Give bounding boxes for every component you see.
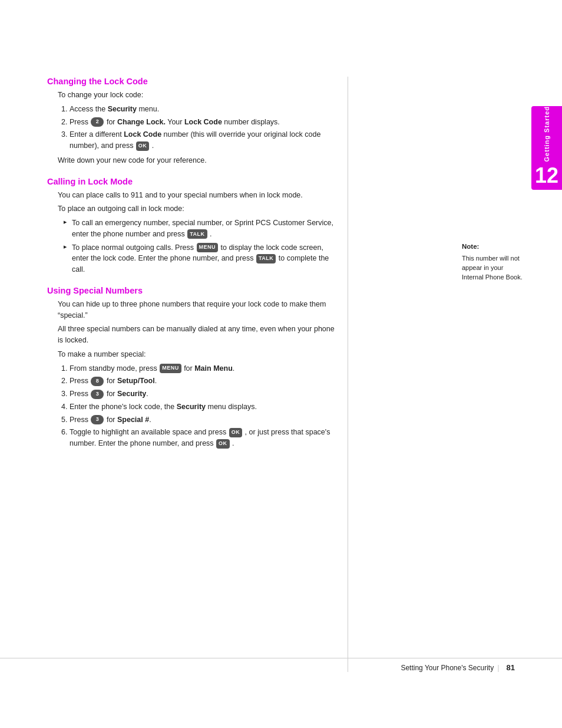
special-steps: From standby mode, press MENU for Main M… <box>70 363 336 449</box>
footer-label: Setting Your Phone's Security <box>401 664 494 672</box>
footer-page-number: 81 <box>507 663 515 672</box>
badge-ok-2: OK <box>229 428 243 437</box>
security-label-3: Security <box>177 403 206 411</box>
changing-intro: To change your lock code: <box>58 90 336 101</box>
page-footer: Setting Your Phone's Security | 81 <box>0 658 562 672</box>
special-step-6: Toggle to highlight an available space a… <box>70 427 336 449</box>
column-divider <box>348 77 348 672</box>
calling-bullet-2: To place normal outgoing calls. Press ME… <box>64 242 336 275</box>
changing-steps: Access the Security menu. Press 2 for Ch… <box>70 104 336 151</box>
special-para3: To make a number special: <box>58 349 336 360</box>
body-using-special-numbers: You can hide up to three phone numbers t… <box>58 299 336 449</box>
badge-menu-2: MENU <box>160 364 181 373</box>
lock-code-label-2: Lock Code <box>124 130 161 139</box>
calling-para2: To place an outgoing call in lock mode: <box>58 203 336 215</box>
footer-divider: | <box>497 663 499 672</box>
badge-ok-1: OK <box>136 141 150 151</box>
calling-bullet-1: To call an emergency number, special num… <box>64 218 336 240</box>
intro-changing-lock-code: To change your lock code: Access the Sec… <box>58 90 336 166</box>
changing-outro: Write down your new code for your refere… <box>58 155 336 166</box>
note-box: Note: This number will not appear in you… <box>462 242 527 282</box>
special-step-3: Press 3 for Security. <box>70 388 336 400</box>
special-step-1: From standby mode, press MENU for Main M… <box>70 363 336 374</box>
calling-bullets: To call an emergency number, special num… <box>64 218 336 275</box>
special-hash-label: Special # <box>117 416 149 424</box>
section-changing-lock-code: Changing the Lock Code To change your lo… <box>47 77 336 166</box>
badge-ok-3: OK <box>216 439 230 449</box>
security-label-2: Security <box>117 390 146 398</box>
badge-talk-1: TALK <box>187 229 207 239</box>
badge-menu-1: MENU <box>197 243 219 252</box>
chapter-tab-label: Getting Started <box>543 106 550 162</box>
heading-changing-lock-code: Changing the Lock Code <box>47 77 336 86</box>
note-title: Note: <box>462 242 527 252</box>
chapter-tab: Getting Started 12 <box>531 106 562 190</box>
section-using-special-numbers: Using Special Numbers You can hide up to… <box>47 286 336 449</box>
special-para1: You can hide up to three phone numbers t… <box>58 299 336 321</box>
badge-3-security: 3 <box>91 390 104 399</box>
security-label-1: Security <box>108 105 137 113</box>
special-para2: All three special numbers can be manuall… <box>58 324 336 346</box>
badge-8: 8 <box>91 377 104 386</box>
badge-2: 2 <box>91 117 104 127</box>
page: Getting Started 12 Note: This number wil… <box>0 0 562 728</box>
section-calling-lock-mode: Calling in Lock Mode You can place calls… <box>47 177 336 275</box>
note-body: This number will not appear in your Inte… <box>462 254 527 282</box>
chapter-tab-number: 12 <box>535 165 558 186</box>
heading-using-special-numbers: Using Special Numbers <box>47 286 336 295</box>
badge-3-special: 3 <box>91 415 104 424</box>
changing-step-2: Press 2 for Change Lock. Your Lock Code … <box>70 117 336 128</box>
special-step-5: Press 3 for Special #. <box>70 414 336 426</box>
main-menu-label: Main Menu <box>194 364 233 373</box>
body-calling-lock-mode: You can place calls to 911 and to your s… <box>58 190 336 275</box>
change-lock-label: Change Lock. <box>117 118 166 126</box>
changing-step-1: Access the Security menu. <box>70 104 336 115</box>
special-step-2: Press 8 for Setup/Tool. <box>70 375 336 387</box>
heading-calling-lock-mode: Calling in Lock Mode <box>47 177 336 186</box>
special-step-4: Enter the phone's lock code, the Securit… <box>70 401 336 413</box>
changing-step-3: Enter a different Lock Code number (this… <box>70 129 336 151</box>
badge-talk-2: TALK <box>256 254 276 263</box>
lock-code-label-1: Lock Code <box>184 118 222 126</box>
main-content: Changing the Lock Code To change your lo… <box>47 77 336 460</box>
calling-para1: You can place calls to 911 and to your s… <box>58 190 336 201</box>
setup-tool-label: Setup/Tool <box>117 377 155 385</box>
